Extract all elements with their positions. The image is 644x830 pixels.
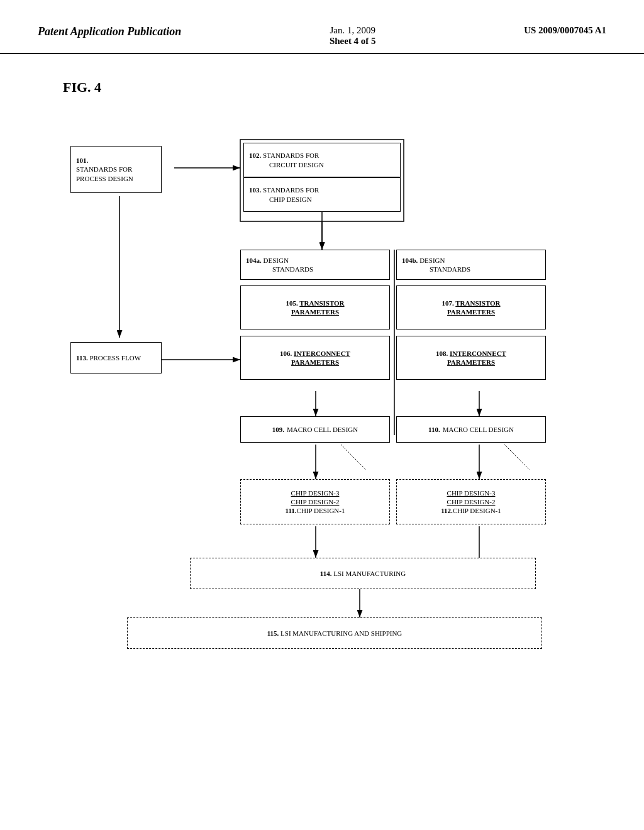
patent-number: US 2009/0007045 A1 [524, 25, 606, 36]
box-111: CHIP DESIGN-3 CHIP DESIGN-2 111.CHIP DES… [240, 479, 390, 524]
box-107: 107. TRANSISTOR PARAMETERS [396, 285, 546, 329]
box-109: 109. MACRO CELL DESIGN [240, 416, 390, 443]
diagram: 101. STANDARDS FOR PROCESS DESIGN 102. S… [52, 114, 592, 680]
box-102: 102. STANDARDS FOR CIRCUIT DESIGN [243, 143, 401, 177]
box-105: 105. TRANSISTOR PARAMETERS [240, 285, 390, 329]
figure-label: FIG. 4 [63, 79, 606, 96]
publication-date: Jan. 1, 2009 [330, 25, 376, 36]
page-header: Patent Application Publication Jan. 1, 2… [0, 0, 644, 54]
box-103: 103. STANDARDS FOR CHIP DESIGN [243, 177, 401, 212]
box-104a: 104a. DESIGN STANDARDS [240, 250, 390, 280]
box-106: 106. INTERCONNECT PARAMETERS [240, 336, 390, 380]
box-101: 101. STANDARDS FOR PROCESS DESIGN [70, 146, 162, 193]
sheet-info: Sheet 4 of 5 [330, 36, 376, 47]
box-110: 110. MACRO CELL DESIGN [396, 416, 546, 443]
box-104b: 104b. DESIGN STANDARDS [396, 250, 546, 280]
publication-title: Patent Application Publication [38, 25, 181, 38]
figure-area: FIG. 4 [0, 54, 644, 706]
box-113: 113. PROCESS FLOW [70, 342, 162, 374]
box-112: CHIP DESIGN-3 CHIP DESIGN-2 112.CHIP DES… [396, 479, 546, 524]
box-115: 115. LSI MANUFACTURING AND SHIPPING [127, 617, 542, 649]
box-108: 108. INTERCONNECT PARAMETERS [396, 336, 546, 380]
header-center: Jan. 1, 2009 Sheet 4 of 5 [330, 25, 376, 47]
box-114: 114. LSI MANUFACTURING [190, 558, 536, 589]
